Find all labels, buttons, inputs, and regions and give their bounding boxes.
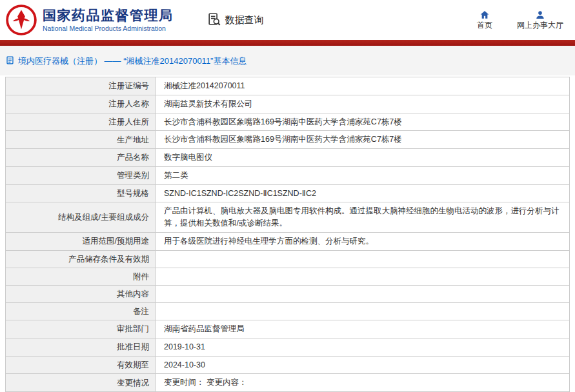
page-icon xyxy=(6,56,14,66)
table-row: 备注 xyxy=(6,302,570,320)
nav-home-label: 首页 xyxy=(477,20,492,31)
row-label: 其他内容 xyxy=(6,285,156,302)
table-row: 批准日期2019-10-31 xyxy=(6,338,570,356)
row-value: 产品由计算机、脑电放大器及脑电图专用软件构成。通过提取大脑神经细胞的生物电活动的… xyxy=(156,202,570,233)
table-row: 结构及组成/主要组成成分产品由计算机、脑电放大器及脑电图专用软件构成。通过提取大… xyxy=(6,202,570,233)
row-value xyxy=(156,302,570,320)
row-label: 批准日期 xyxy=(6,338,156,356)
table-row: 其他内容 xyxy=(6,285,570,302)
row-label: 适用范围/预期用途 xyxy=(6,232,156,250)
row-value: 用于各级医院进行神经电生理学方面的检测、分析与研究。 xyxy=(156,232,570,250)
row-value: 湖南益灵新技术有限公司 xyxy=(156,95,570,113)
row-label: 备注 xyxy=(6,302,156,320)
data-query[interactable]: 数据查询 xyxy=(207,12,264,28)
nav-service-hall-label: 网上办事大厅 xyxy=(517,20,563,31)
brand[interactable]: 国家药品监督管理局 National Medical Products Admi… xyxy=(5,4,174,36)
org-name-en: National Medical Products Administration xyxy=(43,24,174,32)
row-value: SZND-IC1SZND-IC2SZND-ⅡC1SZND-ⅡC2 xyxy=(156,184,570,202)
row-value: 2019-10-31 xyxy=(156,338,570,356)
row-value xyxy=(156,250,570,268)
nav-service-hall[interactable]: 网上办事大厅 xyxy=(517,9,563,31)
home-icon xyxy=(479,9,490,20)
table-row: 附件 xyxy=(6,268,570,285)
table-row: 生产地址长沙市含浦科教园区象嘴路169号湖南中医药大学含浦家苑C7栋7楼 xyxy=(6,131,570,149)
breadcrumb: 境内医疗器械（注册） —— “湘械注准20142070011”基本信息 xyxy=(6,55,569,67)
table-row: 管理类别第二类 xyxy=(6,166,570,184)
row-label: 型号规格 xyxy=(6,184,156,202)
row-label: 管理类别 xyxy=(6,166,156,184)
site-header: 国家药品监督管理局 National Medical Products Admi… xyxy=(0,0,575,40)
row-value: 数字脑电图仪 xyxy=(156,149,570,167)
row-label: 注册证编号 xyxy=(6,77,156,95)
red-divider-bar xyxy=(0,40,575,46)
table-row: 适用范围/预期用途用于各级医院进行神经电生理学方面的检测、分析与研究。 xyxy=(6,232,570,250)
row-value: 第二类 xyxy=(156,166,570,184)
row-label: 审批部门 xyxy=(6,320,156,338)
row-label: 变更情况 xyxy=(6,374,156,392)
data-query-label: 数据查询 xyxy=(225,14,264,26)
table-row: 注册证编号湘械注准20142070011 xyxy=(6,77,570,95)
row-value: 变更时间： 变更内容： xyxy=(156,374,570,392)
top-nav: 首页 网上办事大厅 xyxy=(473,9,563,31)
table-row: 审批部门湖南省药品监督管理局 xyxy=(6,320,570,338)
nav-home[interactable]: 首页 xyxy=(473,9,496,31)
row-label: 附件 xyxy=(6,268,156,285)
row-label: 注册人名称 xyxy=(6,95,156,113)
row-label: 有效期至 xyxy=(6,356,156,374)
table-row: 型号规格SZND-IC1SZND-IC2SZND-ⅡC1SZND-ⅡC2 xyxy=(6,184,570,202)
page: 国家药品监督管理局 National Medical Products Admi… xyxy=(0,0,575,392)
table-row: 变更情况变更时间： 变更内容： xyxy=(6,374,570,392)
row-value: 长沙市含浦科教园区象嘴路169号湖南中医药大学含浦家苑C7栋7楼 xyxy=(156,113,570,131)
row-value: 湖南省药品监督管理局 xyxy=(156,320,570,338)
row-value: 长沙市含浦科教园区象嘴路169号湖南中医药大学含浦家苑C7栋7楼 xyxy=(156,131,570,149)
row-label: 产品储存条件及有效期 xyxy=(6,250,156,268)
table-row: 产品储存条件及有效期 xyxy=(6,250,570,268)
row-label: 生产地址 xyxy=(6,131,156,149)
row-value xyxy=(156,268,570,285)
row-value: 2024-10-30 xyxy=(156,356,570,374)
breadcrumb-text: 境内医疗器械（注册） —— “湘械注准20142070011”基本信息 xyxy=(18,55,247,67)
table-row: 注册人名称湖南益灵新技术有限公司 xyxy=(6,95,570,113)
row-value: 湘械注准20142070011 xyxy=(156,77,570,95)
row-label: 结构及组成/主要组成成分 xyxy=(6,202,156,233)
table-row: 产品名称数字脑电图仪 xyxy=(6,149,570,167)
org-name-cn: 国家药品监督管理局 xyxy=(43,8,174,23)
brand-text: 国家药品监督管理局 National Medical Products Admi… xyxy=(43,8,174,32)
registration-info-table: 注册证编号湘械注准20142070011 注册人名称湖南益灵新技术有限公司 注册… xyxy=(5,77,570,392)
person-icon xyxy=(535,9,545,20)
row-label: 注册人住所 xyxy=(6,113,156,131)
row-value xyxy=(156,285,570,302)
nmpa-logo-icon xyxy=(5,4,37,36)
document-search-icon xyxy=(207,12,221,28)
row-label: 产品名称 xyxy=(6,149,156,167)
table-row: 注册人住所长沙市含浦科教园区象嘴路169号湖南中医药大学含浦家苑C7栋7楼 xyxy=(6,113,570,131)
breadcrumb-strip: 境内医疗器械（注册） —— “湘械注准20142070011”基本信息 xyxy=(0,46,575,75)
table-row: 有效期至2024-10-30 xyxy=(6,356,570,374)
